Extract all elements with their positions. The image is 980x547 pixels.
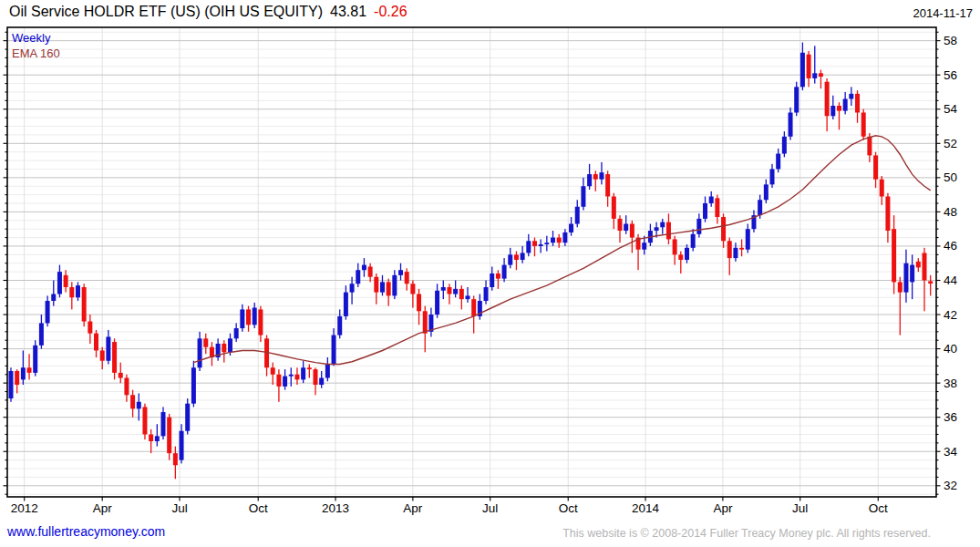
candle-down	[82, 287, 87, 322]
candle-up	[39, 323, 44, 345]
y-tick-label: 44	[944, 274, 958, 287]
candle-wick	[516, 252, 517, 271]
x-tick-label: Apr	[93, 501, 113, 515]
candle-down	[885, 196, 890, 231]
x-tick-label: Jul	[482, 501, 498, 515]
candle-down	[727, 241, 732, 258]
candle-down	[605, 174, 610, 196]
candle-up	[398, 270, 403, 275]
candle-up	[758, 200, 762, 215]
candle-down	[405, 272, 409, 284]
candle-down	[258, 309, 263, 335]
candle-down	[612, 196, 616, 218]
y-tick-label: 52	[944, 137, 957, 150]
candle-up	[794, 87, 799, 112]
candle-wick	[820, 70, 821, 89]
candle-down	[173, 453, 178, 465]
candle-up	[435, 291, 439, 315]
candle-up	[392, 275, 397, 296]
candle-up	[703, 203, 707, 219]
candle-up	[776, 154, 780, 170]
candle-up	[21, 367, 26, 379]
x-tick-label: Apr	[403, 501, 423, 515]
candle-up	[453, 289, 458, 294]
candle-up	[696, 219, 701, 234]
candle-down	[593, 174, 598, 180]
candle-up	[240, 309, 244, 328]
candle-down	[721, 217, 726, 241]
price-chart: 32343638404244464850525456582012AprJulOc…	[0, 0, 980, 521]
candle-up	[301, 367, 305, 379]
candle-up	[521, 253, 525, 260]
y-tick-label: 50	[944, 170, 957, 184]
candle-up	[910, 265, 914, 283]
candle-down	[673, 239, 677, 254]
candle-up	[337, 316, 342, 335]
candle-wick	[498, 270, 499, 289]
candle-up	[325, 364, 330, 377]
candle-down	[923, 253, 927, 280]
candle-up	[57, 272, 62, 294]
x-tick-label: 2012	[11, 501, 38, 515]
candle-up	[362, 265, 366, 271]
candle-up	[191, 367, 196, 403]
candle-down	[374, 277, 378, 293]
candle-down	[928, 281, 933, 284]
candle-down	[892, 229, 896, 282]
candle-up	[551, 238, 555, 243]
candle-down	[618, 219, 623, 231]
candle-down	[496, 274, 500, 279]
candle-down	[307, 367, 312, 369]
candle-up	[843, 98, 848, 110]
candle-up	[51, 294, 56, 302]
candle-down	[368, 266, 373, 276]
candle-down	[167, 418, 171, 453]
candle-down	[471, 299, 476, 316]
candle-down	[27, 367, 32, 373]
candle-up	[587, 174, 592, 186]
candle-up	[581, 186, 585, 207]
x-tick-label: Oct	[249, 501, 268, 515]
candle-up	[106, 336, 110, 360]
candle-down	[112, 342, 117, 373]
candle-wick	[930, 275, 931, 296]
candle-wick	[534, 238, 535, 257]
candle-up	[733, 248, 738, 258]
candle-down	[64, 275, 68, 287]
candle-down	[630, 224, 634, 238]
candle-up	[569, 224, 573, 232]
candle-down	[222, 344, 226, 352]
candle-down	[203, 338, 208, 346]
candle-up	[812, 73, 817, 78]
candle-up	[180, 431, 184, 460]
candle-wick	[595, 170, 596, 191]
candle-down	[715, 198, 719, 217]
candle-down	[678, 254, 683, 260]
candle-up	[484, 287, 489, 301]
candle-down	[314, 369, 318, 385]
candle-up	[466, 295, 470, 299]
candle-down	[459, 289, 464, 299]
candle-up	[624, 224, 628, 232]
candle-up	[46, 301, 50, 323]
candle-up	[161, 412, 166, 436]
candle-down	[119, 373, 123, 378]
candle-down	[807, 55, 811, 78]
candle-up	[782, 137, 787, 154]
candle-wick	[680, 252, 681, 274]
candle-up	[253, 308, 257, 325]
y-tick-label: 46	[944, 239, 957, 253]
timeframe-label: Weekly	[12, 30, 60, 46]
candle-up	[539, 244, 543, 246]
candle-up	[526, 241, 531, 253]
fullertreacymoney-link[interactable]: www.fullertreacymoney.com	[7, 524, 165, 539]
candle-wick	[157, 424, 158, 446]
ema-legend-label: EMA 160	[12, 46, 60, 61]
candle-up	[575, 207, 580, 224]
candle-down	[15, 371, 19, 385]
candle-up	[289, 375, 294, 377]
candle-down	[410, 284, 415, 294]
y-tick-label: 38	[944, 377, 957, 390]
y-tick-label: 32	[944, 479, 957, 492]
candle-down	[532, 241, 537, 246]
